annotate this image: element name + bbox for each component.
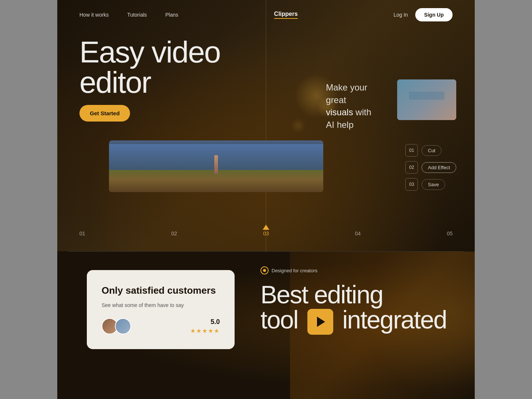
review-title: Only satisfied customers — [102, 285, 220, 296]
thumbnail-image — [397, 79, 456, 120]
navbar: How it works Tutorials Plans Clippers Lo… — [57, 0, 475, 30]
timeline-item-3[interactable]: 03 — [263, 231, 269, 236]
step-label-3[interactable]: Save — [422, 179, 445, 190]
hero-subtitle: Make your great visuals with AI help — [326, 81, 371, 131]
timeline-indicator — [263, 225, 269, 230]
rating-area: 5.0 ★★★★★ — [190, 318, 220, 334]
nav-center: Clippers — [178, 11, 394, 19]
review-card: Only satisfied customers See what some o… — [87, 270, 235, 349]
signup-button[interactable]: Sign Up — [415, 8, 453, 21]
hero-right-text: Make your great visuals with AI help — [326, 81, 371, 131]
page-wrapper: How it works Tutorials Plans Clippers Lo… — [57, 0, 475, 399]
review-bottom: 5.0 ★★★★★ — [102, 318, 220, 334]
login-link[interactable]: Log In — [393, 12, 408, 18]
hero-title-line2: editor — [79, 67, 220, 98]
step-num-1: 01 — [405, 144, 418, 157]
badge-icon-inner — [263, 269, 266, 272]
nav-right: Log In Sign Up — [393, 8, 453, 21]
bottom-heading-line1: Best editing — [260, 282, 453, 307]
timeline-item-1[interactable]: 01 — [79, 231, 85, 236]
badge-label: Designed for creators — [272, 268, 317, 273]
hero-title: Easy video editor — [79, 37, 220, 98]
star-rating: ★★★★★ — [190, 327, 220, 334]
hero-title-line1: Easy video — [79, 37, 220, 67]
dashed-timeline-line — [266, 0, 266, 251]
designed-badge: Designed for creators — [260, 266, 453, 274]
step-label-1[interactable]: Cut — [422, 145, 441, 156]
video-strip-inner — [109, 140, 323, 192]
bottom-right-content: Designed for creators Best editing tool … — [260, 266, 453, 335]
hero-content: Easy video editor Get Started — [79, 37, 220, 122]
rating-number: 5.0 — [211, 318, 220, 326]
nav-how-it-works[interactable]: How it works — [79, 12, 109, 18]
get-started-button[interactable]: Get Started — [79, 105, 130, 122]
play-triangle — [317, 317, 325, 327]
thumbnail-face — [397, 79, 456, 120]
step-row-3: 03 Save — [405, 178, 456, 191]
step-num-2: 02 — [405, 161, 418, 174]
bottom-section: Only satisfied customers See what some o… — [57, 252, 475, 399]
nav-plans[interactable]: Plans — [166, 12, 178, 18]
play-icon[interactable] — [307, 309, 333, 335]
timeline-item-2[interactable]: 02 — [171, 231, 177, 236]
bottom-heading-line2: tool integrated — [260, 307, 453, 335]
avatar-group — [102, 318, 128, 334]
timeline-item-4[interactable]: 04 — [355, 231, 361, 236]
bottom-heading: Best editing tool integrated — [260, 282, 453, 335]
avatar-2 — [115, 318, 131, 334]
review-subtitle: See what some of them have to say — [102, 301, 220, 309]
step-row-2: 02 Add Effect — [405, 161, 456, 174]
step-num-3: 03 — [405, 178, 418, 191]
nav-left: How it works Tutorials Plans — [79, 12, 178, 18]
step-row-1: 01 Cut — [405, 144, 456, 157]
thumbnail-card — [397, 79, 456, 120]
brand-logo[interactable]: Clippers — [274, 11, 298, 19]
video-strip — [109, 140, 323, 192]
nav-tutorials[interactable]: Tutorials — [127, 12, 147, 18]
badge-icon — [260, 266, 269, 274]
steps-panel: 01 Cut 02 Add Effect 03 Save — [405, 144, 456, 191]
hero-section: How it works Tutorials Plans Clippers Lo… — [57, 0, 475, 251]
timeline: 01 02 03 04 05 — [57, 231, 475, 236]
timeline-item-5[interactable]: 05 — [447, 231, 453, 236]
step-label-2[interactable]: Add Effect — [422, 162, 456, 173]
